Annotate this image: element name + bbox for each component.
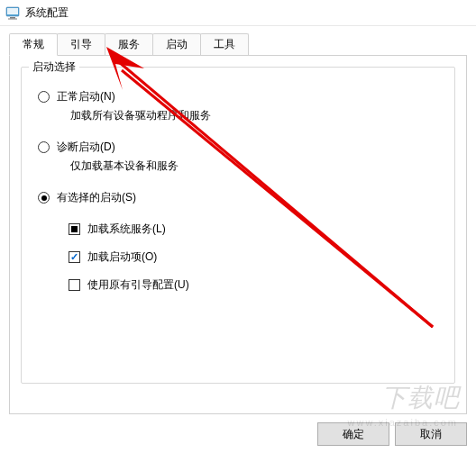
checkbox-load-system-services[interactable]: 加载系统服务(L) <box>38 222 438 237</box>
tab-general[interactable]: 常规 <box>9 33 58 56</box>
radio-icon <box>38 91 50 103</box>
radio-label: 有选择的启动(S) <box>57 190 136 205</box>
svg-rect-2 <box>10 17 15 19</box>
radio-diagnostic-startup[interactable]: 诊断启动(D) <box>38 140 438 155</box>
window-title: 系统配置 <box>25 5 69 21</box>
radio-label: 诊断启动(D) <box>57 140 115 155</box>
tab-services[interactable]: 服务 <box>105 33 153 55</box>
checkbox-label: 加载系统服务(L) <box>87 222 166 237</box>
diagnostic-startup-desc: 仅加载基本设备和服务 <box>70 159 438 174</box>
normal-startup-desc: 加载所有设备驱动程序和服务 <box>70 108 438 123</box>
radio-icon <box>38 141 50 153</box>
checkbox-icon <box>69 251 80 263</box>
tab-boot[interactable]: 引导 <box>57 33 105 55</box>
tab-label: 启动 <box>166 38 188 50</box>
tab-label: 常规 <box>23 38 44 50</box>
checkbox-icon <box>69 279 80 291</box>
tabstrip: 常规 引导 服务 启动 工具 <box>9 33 467 56</box>
svg-rect-1 <box>7 8 18 14</box>
checkbox-load-startup-items[interactable]: 加载启动项(O) <box>38 249 438 265</box>
checkbox-label: 加载启动项(O) <box>87 249 157 265</box>
radio-label: 正常启动(N) <box>57 89 115 104</box>
groupbox-title: 启动选择 <box>29 59 79 75</box>
button-label: 取消 <box>420 427 442 442</box>
dialog-body: 常规 引导 服务 启动 工具 启动选择 正常启动(N) 加载所有设备驱动程序和服… <box>0 26 476 414</box>
tab-label: 服务 <box>118 38 140 50</box>
cancel-button[interactable]: 取消 <box>395 422 467 446</box>
radio-icon <box>38 192 50 204</box>
svg-rect-3 <box>8 19 17 20</box>
checkbox-icon <box>69 223 80 235</box>
checkbox-use-original-boot-config[interactable]: 使用原有引导配置(U) <box>38 277 438 293</box>
app-icon <box>5 5 20 20</box>
checkbox-label: 使用原有引导配置(U) <box>87 277 189 293</box>
radio-selective-startup[interactable]: 有选择的启动(S) <box>38 190 438 205</box>
tab-label: 工具 <box>214 38 235 50</box>
groupbox-startup-selection: 启动选择 正常启动(N) 加载所有设备驱动程序和服务 诊断启动(D) 仅加载基本… <box>21 67 455 384</box>
dialog-footer: 确定 取消 <box>317 422 467 446</box>
tabpanel-general: 启动选择 正常启动(N) 加载所有设备驱动程序和服务 诊断启动(D) 仅加载基本… <box>9 56 467 414</box>
ok-button[interactable]: 确定 <box>317 422 389 446</box>
titlebar: 系统配置 <box>0 0 476 26</box>
tab-startup[interactable]: 启动 <box>152 33 201 55</box>
button-label: 确定 <box>343 427 364 442</box>
tab-label: 引导 <box>70 38 92 50</box>
tab-tools[interactable]: 工具 <box>200 33 249 55</box>
radio-normal-startup[interactable]: 正常启动(N) <box>38 89 438 104</box>
